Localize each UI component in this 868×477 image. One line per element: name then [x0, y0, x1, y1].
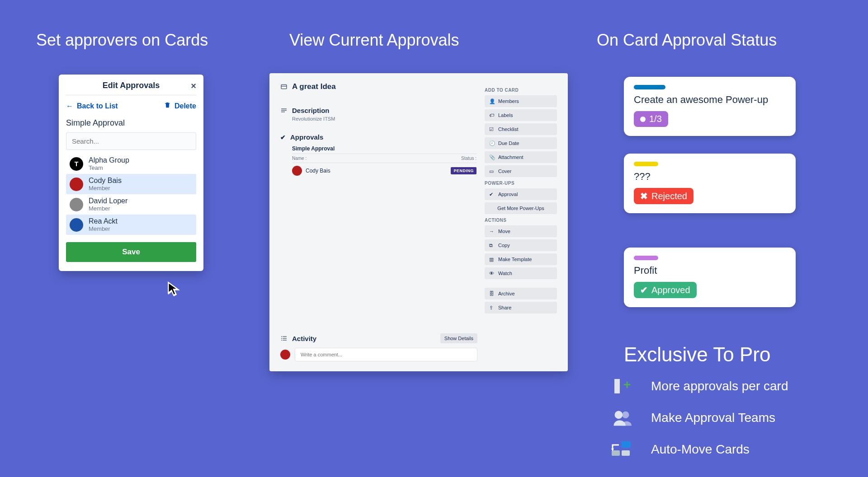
card-title: Profit [634, 265, 786, 276]
avatar [70, 218, 83, 232]
avatar [280, 350, 290, 360]
card-title: ??? [634, 171, 786, 182]
template-button[interactable]: ▥Make Template [485, 253, 557, 265]
paperclip-icon: 📎 [489, 154, 495, 160]
approver-list: T Alpha Group Team Cody Bais Member Davi… [66, 154, 196, 235]
eye-icon: 👁 [489, 271, 495, 276]
svg-rect-2 [281, 108, 287, 109]
back-to-list-link[interactable]: ← Back to List [66, 102, 118, 110]
archive-button[interactable]: 🗄Archive [485, 288, 557, 299]
team-icon [610, 407, 633, 429]
cover-button[interactable]: ▭Cover [485, 165, 557, 177]
pro-item-label: Make Approval Teams [651, 411, 775, 425]
item-sub: Member [89, 185, 122, 192]
check-icon: ✔ [640, 285, 648, 295]
arrow-left-icon: ← [66, 102, 73, 110]
archive-icon: 🗄 [489, 291, 495, 296]
card-title: Create an awesome Power-up [634, 94, 786, 106]
approval-subheading: Simple Approval [292, 145, 476, 152]
attachment-button[interactable]: 📎Attachment [485, 151, 557, 163]
list-item[interactable]: David Loper Member [66, 194, 196, 215]
description-text: Revolutionize ITSM [292, 116, 476, 122]
svg-rect-9 [281, 340, 282, 340]
approvals-table: Name : Status : Cody Bais PENDING [292, 154, 476, 178]
svg-rect-17 [622, 450, 630, 456]
approval-powerup-button[interactable]: ✔Approval [485, 188, 557, 200]
card-detail-panel: A great Idea Description Revolutionize I… [269, 73, 568, 371]
heading-col3: On Card Approval Status [597, 31, 777, 50]
sidebar-heading-add: ADD TO CARD [485, 88, 557, 93]
approvals-section: ✔ Approvals Simple Approval Name : Statu… [280, 133, 476, 178]
card-icon [280, 83, 288, 90]
pro-item: + More approvals per card [610, 375, 788, 398]
svg-rect-4 [281, 112, 285, 112]
search-input[interactable] [66, 132, 196, 150]
svg-rect-16 [612, 450, 620, 456]
user-icon: 👤 [489, 98, 495, 104]
get-more-powerups-button[interactable]: Get More Power-Ups [485, 202, 557, 214]
x-icon: ✖ [640, 191, 648, 201]
col-name: Name : [292, 156, 307, 161]
delete-link[interactable]: Delete [164, 102, 196, 110]
heading-col1: Set approvers on Cards [36, 31, 208, 50]
edit-approvals-panel: Edit Approvals × ← Back to List Delete S… [59, 75, 203, 271]
item-sub: Member [89, 205, 127, 212]
status-badge: PENDING [451, 167, 476, 174]
delete-label: Delete [175, 102, 196, 110]
move-button[interactable]: →Move [485, 225, 557, 237]
item-name: Alpha Group [89, 156, 129, 164]
svg-rect-15 [622, 441, 631, 448]
status-card: Profit ✔ Approved [624, 248, 796, 307]
status-card: Create an awesome Power-up 1/3 [624, 77, 796, 136]
col-status: Status : [461, 156, 476, 161]
check-icon: ✔ [489, 192, 495, 197]
cover-icon: ▭ [489, 168, 495, 174]
svg-rect-11 [614, 379, 620, 393]
svg-rect-3 [281, 110, 287, 110]
svg-rect-8 [283, 338, 287, 338]
duedate-button[interactable]: 🕘Due Date [485, 137, 557, 149]
watch-button[interactable]: 👁Watch [485, 267, 557, 279]
share-button[interactable]: ⇪Share [485, 302, 557, 313]
approvals-heading: Approvals [290, 133, 323, 141]
svg-rect-5 [281, 336, 282, 337]
pro-feature-list: + More approvals per card Make Approval … [610, 375, 788, 470]
svg-rect-6 [283, 336, 287, 337]
svg-text:+: + [623, 378, 631, 392]
panel-title: Edit Approvals × [66, 81, 196, 95]
comment-input[interactable] [295, 348, 477, 361]
checklist-button[interactable]: ☑Checklist [485, 123, 557, 135]
item-sub: Team [89, 164, 129, 171]
clock-icon: 🕘 [489, 140, 495, 146]
list-item[interactable]: T Alpha Group Team [66, 154, 196, 174]
item-name: Rea Ackt [89, 217, 118, 225]
item-name: Cody Bais [89, 177, 122, 185]
plus-icon: + [610, 375, 633, 398]
labels-button[interactable]: 🏷Labels [485, 109, 557, 121]
members-button[interactable]: 👤Members [485, 95, 557, 107]
heading-col2: View Current Approvals [289, 31, 459, 50]
label-pink [634, 256, 658, 260]
activity-heading: Activity [292, 335, 316, 342]
rejected-badge: ✖ Rejected [634, 188, 693, 204]
svg-rect-10 [283, 340, 287, 340]
copy-icon: ⧉ [489, 243, 495, 248]
show-details-button[interactable]: Show Details [440, 333, 477, 343]
row-name: Cody Bais [306, 168, 330, 174]
tag-icon: 🏷 [489, 112, 495, 118]
svg-rect-7 [281, 338, 282, 338]
card-title-row: A great Idea [280, 82, 476, 91]
description-section: Description Revolutionize ITSM [280, 107, 476, 122]
save-button[interactable]: Save [66, 242, 196, 262]
item-name: David Loper [89, 197, 127, 205]
list-item[interactable]: Rea Ackt Member [66, 215, 196, 235]
copy-button[interactable]: ⧉Copy [485, 239, 557, 251]
close-icon[interactable]: × [191, 81, 196, 91]
simple-approval-heading: Simple Approval [66, 118, 196, 128]
pro-item-label: Auto-Move Cards [651, 442, 750, 457]
approved-badge: ✔ Approved [634, 282, 697, 298]
activity-section: Activity Show Details [280, 333, 477, 361]
avatar: T [70, 157, 83, 171]
list-item[interactable]: Cody Bais Member [66, 174, 196, 194]
sidebar-heading-actions: ACTIONS [485, 218, 557, 223]
